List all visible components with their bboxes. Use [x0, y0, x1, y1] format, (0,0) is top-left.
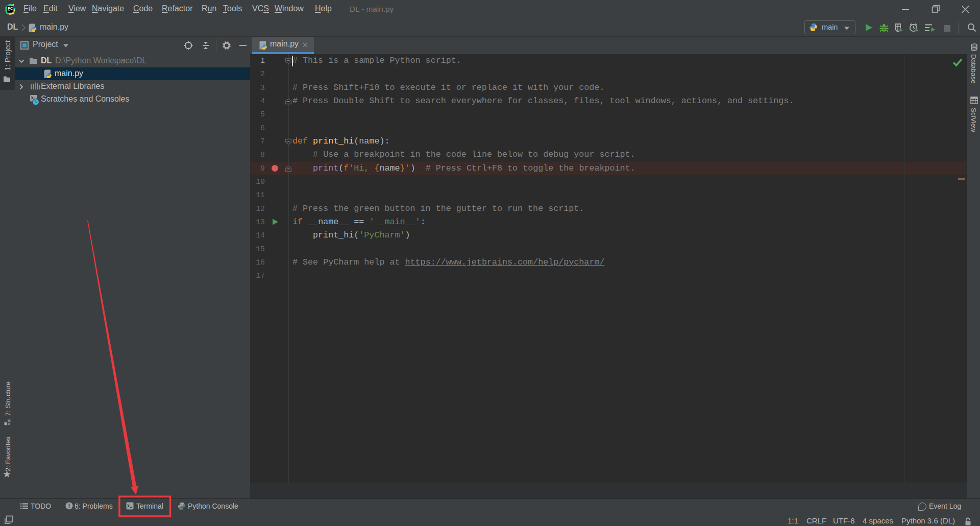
svg-text:PC: PC	[8, 6, 13, 11]
